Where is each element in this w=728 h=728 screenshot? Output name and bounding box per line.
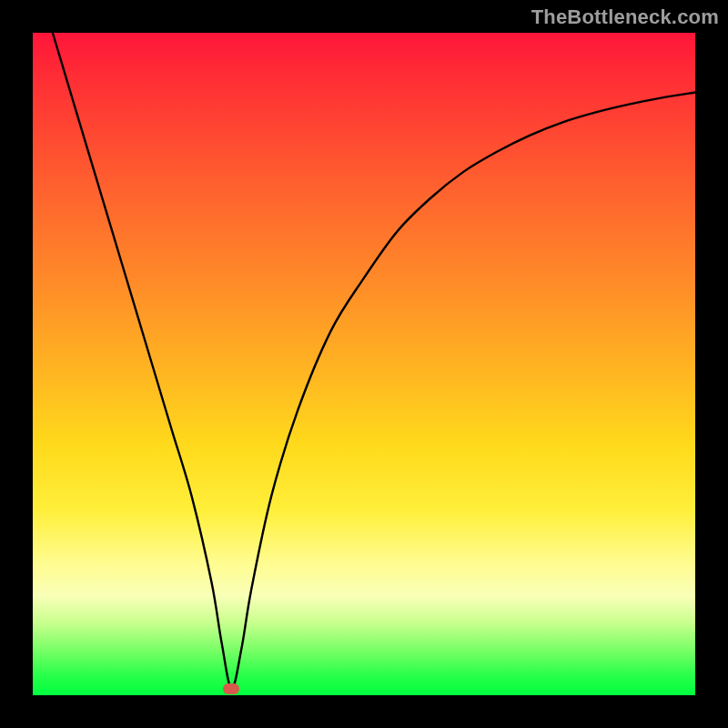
curve-path <box>53 33 695 689</box>
optimal-point-marker <box>223 683 239 694</box>
chart-frame: TheBottleneck.com <box>0 0 728 728</box>
watermark-text: TheBottleneck.com <box>531 5 719 29</box>
plot-area <box>33 33 695 695</box>
bottleneck-curve <box>33 33 695 695</box>
